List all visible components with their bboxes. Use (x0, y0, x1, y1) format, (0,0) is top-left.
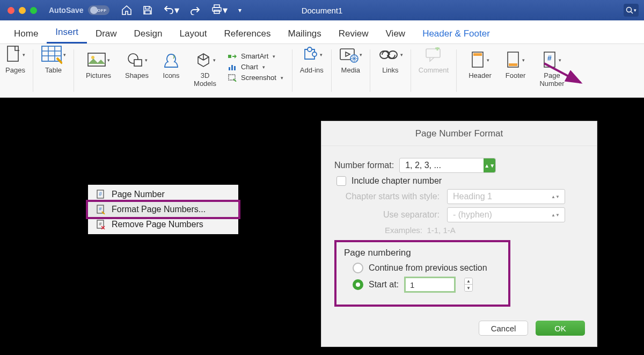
minimize-window-button[interactable] (19, 7, 26, 14)
svg-point-20 (308, 47, 312, 52)
include-chapter-label: Include chapter number (352, 176, 442, 186)
zoom-window-button[interactable] (30, 7, 37, 14)
table-button[interactable]: ▾ Table (35, 44, 71, 97)
quick-access-toolbar: ▾ ▾ ▾ (121, 4, 241, 16)
svg-rect-15 (228, 55, 231, 58)
svg-point-3 (627, 8, 632, 12)
comment-button: Comment (413, 44, 454, 97)
save-icon[interactable] (143, 5, 152, 15)
header-button[interactable]: ▾ Header (463, 49, 497, 80)
svg-rect-11 (88, 53, 105, 66)
svg-rect-14 (134, 60, 142, 66)
dialog-title: Page Number Format (321, 121, 597, 146)
ok-button[interactable]: OK (536, 321, 585, 336)
header-footer-group: ▾ Header ▾ Footer #▾ Page Number (459, 44, 574, 97)
svg-rect-5 (8, 46, 18, 61)
separator-label: Use separator: (334, 210, 447, 220)
remove-page-numbers-icon: # (96, 220, 106, 229)
3d-models-button[interactable]: ▾ 3D Models (188, 49, 222, 88)
page-numbering-section: Page numbering Continue from previous se… (334, 240, 510, 307)
window-controls (8, 7, 37, 14)
cancel-button[interactable]: Cancel (479, 321, 528, 336)
tab-draw[interactable]: Draw (87, 23, 126, 44)
page-numbering-title: Page numbering (344, 248, 501, 258)
svg-text:#: # (99, 221, 101, 227)
examples-label: Examples: (385, 226, 422, 235)
tab-design[interactable]: Design (126, 23, 171, 44)
chart-button[interactable]: Chart▾ (225, 62, 286, 71)
redo-icon[interactable] (190, 5, 201, 15)
tab-review[interactable]: Review (330, 23, 377, 44)
step-down-icon[interactable]: ▼ (465, 285, 472, 291)
shapes-button[interactable]: ▾ Shapes (120, 49, 154, 80)
smartart-button[interactable]: SmartArt▾ (225, 52, 286, 61)
page-number-button[interactable]: #▾ Page Number (534, 49, 569, 88)
examples-value: 1-1, 1-A (427, 226, 455, 235)
tab-view[interactable]: View (377, 23, 414, 44)
autosave-toggle[interactable]: AutoSave OFF (49, 5, 109, 15)
autosave-switch[interactable]: OFF (88, 5, 109, 15)
start-at-input[interactable]: 1 (404, 277, 456, 293)
start-at-stepper[interactable]: ▲▼ (464, 278, 473, 292)
svg-rect-17 (231, 65, 233, 70)
ribbon-tabs: Home Insert Draw Design Layout Reference… (0, 20, 644, 44)
window-titlebar: AutoSave OFF ▾ ▾ ▾ Document1 ▾ (0, 0, 644, 20)
svg-text:#: # (547, 54, 552, 62)
screenshot-button[interactable]: Screenshot▾ (225, 73, 286, 82)
continue-previous-radio-row[interactable]: Continue from previous section (353, 263, 501, 273)
autosave-label: AutoSave (49, 6, 84, 15)
start-at-radio[interactable] (353, 279, 363, 290)
illustrations-group: ▾ Pictures ▾ Shapes Icons ▾ 3D Models Sm… (76, 44, 290, 97)
page-number-icon: # (96, 190, 106, 199)
illu-stack: SmartArt▾ Chart▾ Screenshot▾ (225, 49, 286, 82)
addins-button[interactable]: ▾ Add-ins (295, 44, 329, 97)
footer-button[interactable]: ▾ Footer (500, 49, 531, 80)
continue-previous-radio[interactable] (353, 263, 363, 273)
menu-page-number[interactable]: # Page Number (88, 187, 238, 202)
stepper-icon: ▲▼ (552, 213, 559, 217)
svg-point-21 (312, 52, 317, 56)
pages-button[interactable]: ▾ Pages (0, 44, 31, 97)
svg-rect-2 (214, 10, 219, 13)
tab-home[interactable]: Home (5, 23, 47, 44)
customize-qat-icon[interactable]: ▾ (238, 6, 241, 14)
menu-remove-page-numbers[interactable]: # Remove Page Numbers (88, 217, 238, 232)
icons-button[interactable]: Icons (157, 49, 185, 80)
print-icon[interactable]: ▾ (211, 4, 228, 16)
tab-references[interactable]: References (216, 23, 280, 44)
3d-models-label: 3D Models (194, 72, 216, 88)
tab-header-footer[interactable]: Header & Footer (414, 23, 499, 44)
separator-select: - (hyphen) ▲▼ (447, 207, 565, 222)
page-number-label: Page Number (539, 72, 564, 88)
svg-text:#: # (99, 206, 101, 212)
tab-mailings[interactable]: Mailings (279, 23, 330, 44)
svg-text:#: # (99, 191, 102, 197)
media-button[interactable]: ▾ Media (334, 44, 368, 97)
include-chapter-checkbox[interactable] (336, 176, 346, 186)
dropdown-icon: ▲▼ (484, 158, 495, 172)
chapter-style-label: Chapter starts with style: (334, 192, 447, 201)
tab-layout[interactable]: Layout (171, 23, 215, 44)
number-format-label: Number format: (334, 161, 399, 170)
undo-icon[interactable]: ▾ (163, 4, 179, 16)
menu-format-page-numbers[interactable]: # Format Page Numbers... (88, 202, 238, 217)
search-button[interactable]: ▾ (624, 4, 639, 17)
number-format-select[interactable]: 1, 2, 3, ... ▲▼ (399, 158, 496, 173)
home-icon[interactable] (121, 5, 132, 15)
start-at-radio-row[interactable]: Start at: 1 ▲▼ (353, 277, 501, 293)
close-window-button[interactable] (8, 7, 14, 14)
step-up-icon[interactable]: ▲ (465, 278, 472, 285)
pictures-button[interactable]: ▾ Pictures (80, 49, 116, 80)
ribbon-body: ▾ Pages ▾ Table ▾ Pictures ▾ Shapes Icon… (0, 44, 644, 98)
svg-rect-30 (473, 53, 482, 56)
start-at-label: Start at: (369, 280, 399, 289)
links-button[interactable]: ▾ Links (372, 44, 408, 97)
svg-point-12 (91, 56, 94, 59)
svg-rect-18 (234, 66, 236, 70)
format-page-numbers-icon: # (96, 205, 106, 214)
stepper-icon: ▲▼ (552, 195, 559, 199)
tab-insert[interactable]: Insert (47, 21, 87, 44)
svg-rect-16 (229, 67, 230, 70)
svg-rect-32 (509, 63, 517, 66)
chapter-style-select: Heading 1 ▲▼ (447, 189, 565, 204)
